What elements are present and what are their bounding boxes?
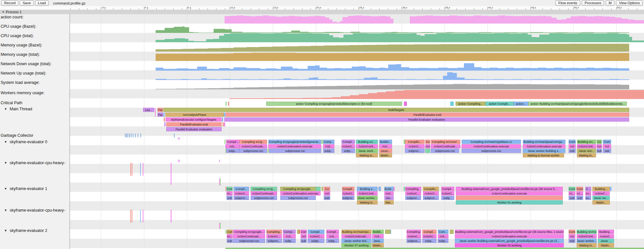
trace-event-sliver[interactable]	[226, 187, 226, 191]
trace-event-sliver[interactable]	[385, 230, 390, 234]
trace-event-ac[interactable]: Ac...	[585, 191, 591, 195]
trace-event-action-compiling[interactable]: action 'Compiling...	[456, 102, 485, 106]
trace-event-building-external-com-google-protobuf-ja[interactable]: Building external/com_google_protobuf/ja…	[456, 187, 563, 191]
instant-event-tick[interactable]	[138, 134, 138, 137]
trace-event-action[interactable]: action...	[514, 102, 528, 106]
trace-event-com[interactable]: Com	[227, 230, 233, 234]
trace-event-waitin[interactable]: Waitin...	[379, 153, 392, 157]
trace-event-com[interactable]: Com	[603, 140, 611, 144]
trace-event-subproc[interactable]: subproc...	[423, 196, 439, 200]
trace-event-sub[interactable]: sub	[569, 196, 575, 200]
trace-event-act[interactable]: Act	[597, 144, 602, 148]
trace-event-building-s[interactable]: Building s...	[357, 187, 378, 191]
trace-event-actionc[interactable]: ActionC...	[441, 191, 454, 195]
trace-event-parallelevaluator-eval[interactable]: ParallelEvaluator.eval	[166, 122, 222, 126]
trace-event-waitin[interactable]: Waitin...	[592, 200, 610, 204]
trace-event-subp[interactable]: subp...	[341, 149, 355, 153]
trace-event-actioncontinuati[interactable]: ActionContinuati...	[251, 191, 277, 195]
trace-event-parallel-evaluator-evaluation[interactable]: Parallel Evaluator evaluation	[224, 117, 629, 122]
instant-event-tick[interactable]	[128, 134, 128, 137]
trace-event-javac-wor[interactable]: Javac wor...	[577, 149, 596, 153]
trace-event-waiting-to[interactable]: Waiting to...	[577, 243, 597, 247]
trace-event-sub[interactable]: sub	[597, 149, 602, 153]
trace-event-par[interactable]: Par	[158, 108, 163, 112]
trace-event-act[interactable]: Act	[569, 234, 575, 238]
collapse-triangle-icon[interactable]: ▼	[4, 140, 7, 144]
trace-event-actionc[interactable]: ActionC...	[423, 191, 439, 195]
trace-event-act[interactable]: Act	[301, 234, 307, 238]
trace-event-acti[interactable]: Acti...	[438, 234, 448, 238]
trace-event-actioncontinuation-execute[interactable]: ActionContinuation.execute	[462, 144, 521, 148]
trace-event-compil[interactable]: Compil...	[234, 187, 249, 191]
trace-event-acti[interactable]: Acti...	[323, 144, 334, 148]
trace-event-subproc[interactable]: subproc...	[342, 196, 354, 200]
trace-event-waiting-to[interactable]: Waiting to...	[577, 153, 596, 157]
trace-event-sliver[interactable]	[224, 122, 225, 126]
trace-event-actioncontinuation-execute[interactable]: ActionContinuation.execute	[268, 144, 321, 148]
instant-event-tick[interactable]	[132, 210, 132, 223]
trace-event-buildin[interactable]: Buildin...	[379, 140, 392, 144]
instant-event-tick[interactable]	[130, 163, 131, 176]
trace-event-javac-worker[interactable]: Javac worker...	[357, 196, 378, 200]
trace-event-javac-work[interactable]: Javac work...	[356, 149, 378, 153]
trace-event-building[interactable]: Building...	[592, 187, 610, 191]
trace-event-subprocess-run[interactable]: subprocess.run	[233, 239, 265, 243]
trace-event-building-external-com-google-protobuf-ja[interactable]: Building external/com_google_protobuf/ja…	[455, 230, 564, 234]
trace-event-act[interactable]: Act	[324, 191, 330, 195]
collapse-triangle-icon[interactable]: ▼	[4, 209, 7, 212]
trace-event-sub[interactable]: sub	[324, 196, 330, 200]
trace-event-actionc[interactable]: ActionC...	[592, 191, 610, 195]
trace-event-act[interactable]: Act	[425, 144, 430, 148]
trace-event-ac[interactable]: Ac...	[227, 234, 233, 238]
trace-event-worker-3-working[interactable]: Worker #3 working	[455, 243, 564, 247]
trace-event-sub[interactable]: sub	[301, 239, 307, 243]
trace-event-acti[interactable]: Acti...	[379, 144, 392, 148]
trace-event-sliver[interactable]	[316, 187, 321, 191]
trace-event-sliver[interactable]	[390, 230, 391, 234]
trace-event-ac[interactable]: Ac...	[576, 191, 583, 195]
trace-event-compiling[interactable]: Compiling ...	[405, 187, 421, 191]
trace-event-javac-worker-building-external-com-googl[interactable]: Javac worker Building external/com_googl…	[455, 239, 564, 243]
trace-event-sliver[interactable]	[456, 196, 563, 200]
instant-event-tick[interactable]	[220, 178, 221, 185]
trace-event-sliver[interactable]	[225, 140, 226, 144]
trace-event-subprocess-run[interactable]: subprocess.run	[239, 149, 267, 153]
trace-event-compili[interactable]: Compili...	[342, 187, 354, 191]
instant-event-tick[interactable]	[130, 210, 131, 223]
trace-event-acti[interactable]: Acti...	[283, 234, 296, 238]
instant-event-tick[interactable]	[174, 134, 175, 137]
instant-event-tick[interactable]	[219, 178, 220, 185]
trace-event-subprocess-run[interactable]: subprocess.run	[431, 149, 459, 153]
trace-event-par[interactable]: Par	[158, 113, 163, 117]
trace-event-sliver[interactable]	[268, 149, 269, 153]
trace-event-actionc[interactable]: ActionC...	[308, 234, 324, 238]
trace-event-subprocess-run[interactable]: subprocess.run	[462, 149, 521, 153]
trace-event-lau[interactable]: Lau...	[143, 108, 154, 112]
trace-event-sliver[interactable]	[164, 117, 165, 122]
trace-event-actionconti[interactable]: ActionConti...	[577, 144, 596, 148]
trace-event-compiling-src-main-cpp-blaze-cc[interactable]: Compiling src/main/cpp/blaze.cc	[462, 140, 521, 144]
trace-event-actioncontinuation-execute[interactable]: ActionContinuation.execute	[455, 234, 564, 238]
trace-event-waiting-to-borrow-worker[interactable]: Waiting to borrow worker	[523, 153, 564, 157]
trace-event-com[interactable]: Com	[569, 140, 576, 144]
trace-event-acti[interactable]: Acti...	[226, 144, 239, 148]
trace-event-compil[interactable]: Compil...	[226, 140, 239, 144]
trace-event-compil[interactable]: Compil...	[308, 230, 324, 234]
trace-event-acti[interactable]: Acti...	[372, 234, 384, 238]
trace-event-worker-7-working[interactable]: Worker #7 working	[341, 243, 371, 247]
trace-event-subp[interactable]: subp...	[283, 239, 296, 243]
trace-event-compiling-src-google[interactable]: Compiling src/google...	[280, 187, 316, 191]
trace-event-compilin[interactable]: Compilin...	[405, 140, 425, 144]
trace-event-actionc[interactable]: ActionC...	[598, 234, 614, 238]
trace-event-sliver[interactable]	[163, 113, 165, 117]
trace-event-sub[interactable]: sub	[227, 239, 233, 243]
instant-event-tick[interactable]	[171, 163, 171, 185]
trace-event-sliver[interactable]	[610, 187, 611, 191]
trace-event-sliver[interactable]	[224, 113, 225, 117]
instant-event-tick[interactable]	[179, 160, 180, 162]
trace-event-skyframeexecutor-configuretargets[interactable]: skyframeExecutor.configureTargets	[166, 117, 222, 122]
trace-event-subp[interactable]: subp...	[323, 149, 334, 153]
instant-event-tick[interactable]	[219, 160, 220, 162]
trace-event-acti[interactable]: Acti...	[384, 191, 394, 195]
trace-event-subproc[interactable]: subproc...	[234, 196, 249, 200]
